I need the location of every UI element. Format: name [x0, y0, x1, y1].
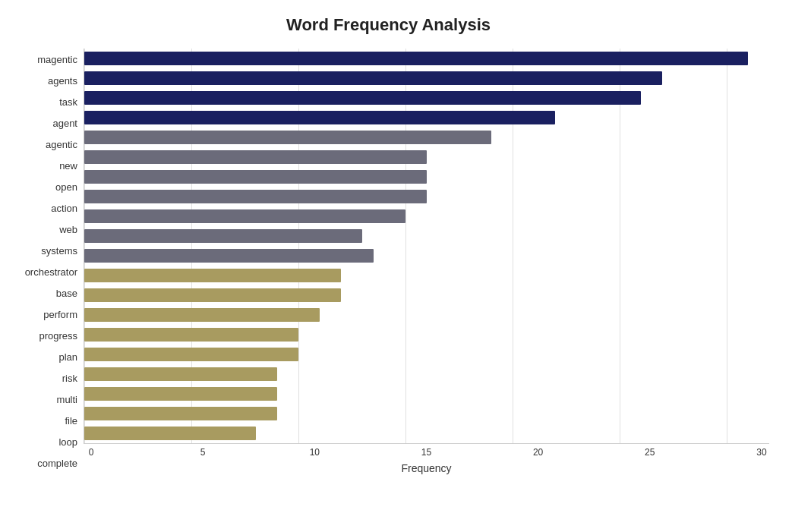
bar [84, 367, 277, 381]
x-tick: 0 [84, 447, 99, 458]
y-label: plan [58, 352, 77, 362]
y-label: base [56, 288, 77, 298]
bar [84, 308, 320, 322]
bars-and-x-area: 051015202530 Frequency [84, 49, 769, 474]
bar-row [84, 206, 769, 226]
x-tick: 5 [195, 447, 210, 458]
bar-row [84, 404, 769, 423]
bar-row [84, 49, 769, 68]
y-label: systems [41, 246, 77, 256]
bar [84, 190, 427, 203]
bar [84, 91, 641, 105]
x-tick: 30 [754, 447, 769, 458]
chart-title: Word Frequency Analysis [8, 15, 769, 35]
bar [84, 52, 748, 65]
bar [84, 407, 277, 420]
y-label: complete [37, 458, 77, 468]
bar-row [84, 305, 769, 325]
y-label: orchestrator [25, 267, 77, 277]
y-label: magentic [37, 55, 77, 65]
bar [84, 170, 427, 184]
x-tick: 20 [531, 447, 546, 458]
y-label: multi [57, 395, 77, 405]
bar-row [84, 68, 769, 88]
x-axis-label: Frequency [84, 462, 769, 474]
bars-area [84, 49, 769, 444]
y-label: risk [62, 373, 77, 383]
bar-row [84, 266, 769, 285]
bar-row [84, 364, 769, 384]
y-label: agent [52, 118, 77, 128]
y-label: new [59, 161, 77, 171]
y-label: loop [58, 437, 77, 447]
bar-row [84, 167, 769, 187]
bar-row [84, 147, 769, 167]
y-label: perform [43, 310, 77, 320]
bar-row [84, 226, 769, 246]
x-tick: 15 [418, 447, 434, 458]
bar [84, 269, 341, 282]
bar [84, 288, 341, 302]
bar [84, 209, 405, 223]
bar [84, 111, 555, 124]
bar [84, 387, 277, 401]
bar-row [84, 384, 769, 404]
x-axis-ticks: 051015202530 [84, 444, 769, 458]
bar [84, 131, 491, 144]
bar [84, 229, 362, 243]
bar-row [84, 127, 769, 147]
bar-row [84, 187, 769, 206]
bar [84, 249, 374, 263]
bar [84, 150, 427, 164]
bar [84, 71, 662, 85]
chart-container: Word Frequency Analysis magenticagentsta… [0, 0, 792, 532]
chart-area: magenticagentstaskagentagenticnewopenact… [8, 49, 769, 474]
x-tick: 10 [307, 447, 322, 458]
bar [84, 348, 298, 361]
y-axis-labels: magenticagentstaskagentagenticnewopenact… [8, 49, 84, 474]
bar-row [84, 285, 769, 305]
y-label: action [51, 203, 77, 213]
bar [84, 328, 298, 342]
bar-row [84, 345, 769, 364]
bar-row [84, 423, 769, 443]
bars-rows [84, 49, 769, 443]
y-label: task [59, 97, 77, 107]
y-label: file [65, 416, 77, 426]
y-label: web [59, 225, 77, 235]
y-label: progress [39, 331, 77, 341]
bar [84, 427, 256, 440]
y-label: agentic [46, 140, 77, 150]
y-label: agents [48, 76, 77, 86]
y-label: open [55, 182, 77, 192]
bar-row [84, 108, 769, 127]
x-tick: 25 [642, 447, 658, 458]
bar-row [84, 325, 769, 345]
bar-row [84, 246, 769, 266]
bar-row [84, 88, 769, 108]
